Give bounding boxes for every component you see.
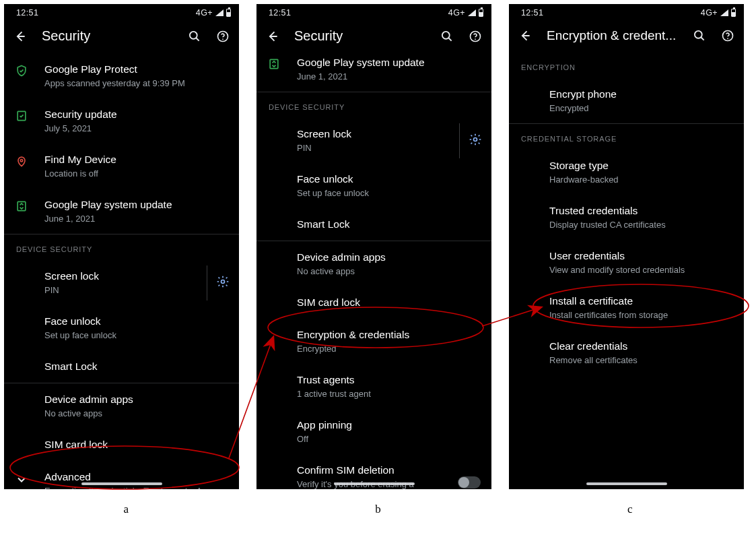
- gear-icon: [216, 275, 230, 288]
- subtitle: Off: [297, 434, 481, 445]
- row-security-update[interactable]: Security updateJuly 5, 2021: [4, 98, 239, 144]
- subtitle: Apps scanned yesterday at 9:39 PM: [44, 78, 228, 89]
- subtitle: June 1, 2021: [297, 71, 481, 82]
- row-sim-lock[interactable]: SIM card lock: [4, 429, 239, 461]
- title: App pinning: [297, 418, 481, 432]
- title: Clear credentials: [549, 340, 733, 353]
- title: Screen lock: [44, 270, 228, 283]
- subtitle: No active apps: [44, 408, 228, 419]
- status-net: 4G+: [701, 8, 718, 18]
- help-icon[interactable]: [721, 29, 734, 42]
- title: Face unlock: [297, 172, 481, 186]
- back-icon[interactable]: [518, 29, 532, 42]
- page-title: Security: [294, 28, 425, 44]
- subtitle: Remove all certificates: [549, 355, 733, 366]
- row-face-unlock[interactable]: Face unlockSet up face unlock: [4, 305, 239, 350]
- row-play-system-update[interactable]: Google Play system updateJune 1, 2021: [256, 53, 491, 92]
- caption-b: b: [252, 503, 504, 516]
- svg-point-9: [475, 38, 476, 40]
- sync-box-icon: [267, 57, 281, 71]
- row-encrypt-phone[interactable]: Encrypt phoneEncrypted: [509, 78, 744, 123]
- update-box-icon: [15, 109, 28, 123]
- title: Device admin apps: [297, 251, 481, 264]
- row-screen-lock[interactable]: Screen lockPIN: [256, 118, 491, 163]
- status-net: 4G+: [196, 8, 213, 18]
- title: Find My Device: [44, 153, 228, 166]
- title: Smart Lock: [297, 218, 481, 231]
- row-smart-lock[interactable]: Smart Lock: [4, 350, 239, 383]
- battery-icon: [479, 9, 483, 17]
- home-indicator[interactable]: [334, 482, 415, 485]
- caption-a: a: [0, 503, 252, 516]
- subtitle: Set up face unlock: [297, 188, 481, 199]
- screen-lock-settings-button[interactable]: [207, 275, 230, 291]
- row-install-certificate[interactable]: Install a certificateInstall certificate…: [509, 285, 744, 330]
- title: Advanced: [44, 470, 228, 484]
- caption-c: c: [504, 503, 756, 516]
- title: SIM card lock: [297, 296, 481, 309]
- svg-point-0: [190, 31, 197, 38]
- row-app-pinning[interactable]: App pinningOff: [256, 409, 491, 454]
- status-bar: 12:51 4G+: [256, 4, 491, 19]
- subtitle: Encrypted: [297, 344, 481, 354]
- help-icon[interactable]: [469, 30, 482, 43]
- title: Encryption & credentials: [297, 328, 481, 342]
- home-indicator[interactable]: [81, 482, 162, 485]
- row-clear-credentials[interactable]: Clear credentialsRemove all certificates: [509, 330, 744, 375]
- subtitle: 1 active trust agent: [297, 389, 481, 400]
- row-play-protect[interactable]: Google Play ProtectApps scanned yesterda…: [4, 53, 239, 98]
- row-trusted-credentials[interactable]: Trusted credentialsDisplay trusted CA ce…: [509, 195, 744, 240]
- row-face-unlock[interactable]: Face unlockSet up face unlock: [256, 163, 491, 208]
- row-device-admin[interactable]: Device admin appsNo active apps: [256, 241, 491, 286]
- subtitle: PIN: [44, 285, 228, 296]
- status-time: 12:51: [521, 8, 543, 18]
- signal-icon: [468, 9, 476, 16]
- title: Trust agents: [297, 373, 481, 387]
- back-icon[interactable]: [13, 30, 27, 43]
- confirm-sim-toggle[interactable]: [458, 476, 481, 489]
- row-screen-lock[interactable]: Screen lockPIN: [4, 260, 239, 305]
- row-storage-type[interactable]: Storage typeHardware-backed: [509, 150, 744, 195]
- search-icon[interactable]: [188, 30, 201, 43]
- row-device-admin[interactable]: Device admin appsNo active apps: [4, 383, 239, 429]
- divider: [459, 123, 460, 158]
- gear-icon: [469, 133, 482, 146]
- screenshot-c: 12:51 4G+ Encryption & credent... ENCRYP…: [509, 4, 744, 489]
- title: Smart Lock: [44, 360, 228, 373]
- title: Google Play system update: [297, 56, 481, 69]
- back-icon[interactable]: [266, 30, 279, 43]
- title: Google Play system update: [44, 198, 228, 212]
- section-encryption: ENCRYPTION: [509, 53, 744, 78]
- subtitle: June 1, 2021: [44, 214, 228, 224]
- row-play-system-update[interactable]: Google Play system updateJune 1, 2021: [4, 189, 239, 234]
- row-sim-lock[interactable]: SIM card lock: [256, 286, 491, 319]
- signal-icon: [720, 9, 728, 16]
- home-indicator[interactable]: [586, 482, 667, 485]
- svg-point-12: [695, 31, 702, 38]
- help-icon[interactable]: [216, 30, 230, 43]
- subtitle: Hardware-backed: [549, 175, 733, 185]
- search-icon[interactable]: [440, 30, 454, 43]
- title: Trusted credentials: [549, 204, 733, 218]
- svg-point-11: [474, 137, 477, 141]
- row-smart-lock[interactable]: Smart Lock: [256, 208, 491, 241]
- subtitle: Set up face unlock: [44, 330, 228, 341]
- chevron-down-icon: [15, 473, 28, 486]
- title: Security update: [44, 108, 228, 121]
- title: Confirm SIM deletion: [297, 464, 454, 477]
- row-trust-agents[interactable]: Trust agents1 active trust agent: [256, 364, 491, 409]
- screenshot-a: 12:51 4G+ Security Google Play ProtectAp: [4, 4, 239, 489]
- battery-icon: [731, 9, 736, 17]
- subtitle: July 5, 2021: [44, 123, 228, 134]
- title: Google Play Protect: [44, 63, 228, 76]
- row-find-my-device[interactable]: Find My DeviceLocation is off: [4, 144, 239, 189]
- row-user-credentials[interactable]: User credentialsView and modify stored c…: [509, 240, 744, 285]
- screen-lock-settings-button[interactable]: [459, 133, 482, 149]
- search-icon[interactable]: [693, 29, 706, 42]
- subtitle: No active apps: [297, 266, 481, 277]
- status-bar: 12:51 4G+: [4, 4, 239, 19]
- row-encryption[interactable]: Encryption & credentialsEncrypted: [256, 319, 491, 364]
- status-bar: 12:51 4G+: [509, 4, 744, 19]
- section-device-security: DEVICE SECURITY: [4, 234, 239, 260]
- subtitle: Encrypted: [549, 103, 733, 114]
